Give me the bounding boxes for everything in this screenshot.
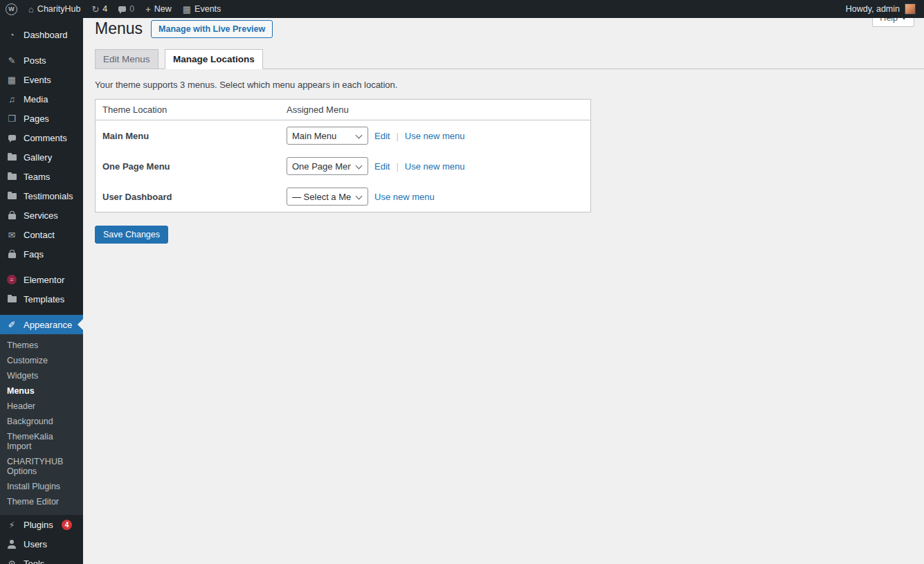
column-theme-location: Theme Location [102, 104, 287, 115]
submenu-item-theme-editor[interactable]: Theme Editor [0, 494, 83, 509]
sidebar-separator [0, 309, 83, 315]
wordpress-logo-icon[interactable]: W [6, 3, 17, 15]
pushpin-icon: ✎ [6, 55, 18, 66]
envelope-icon: ✉ [6, 229, 18, 240]
bag-icon [6, 248, 18, 260]
pages-icon: ❒ [6, 113, 18, 124]
sidebar-item-events[interactable]: ▦ Events [0, 70, 83, 89]
tab-bar: Edit Menus Manage Locations [95, 49, 924, 69]
link-separator: | [396, 131, 398, 141]
column-assigned-menu: Assigned Menu [287, 104, 583, 115]
location-label: User Dashboard [102, 192, 287, 202]
calendar-icon: ▦ [6, 74, 18, 85]
theme-support-description: Your theme supports 3 menus. Select whic… [95, 80, 910, 90]
folder-icon [6, 190, 18, 201]
sidebar-item-faqs[interactable]: Faqs [0, 244, 83, 264]
table-header: Theme Location Assigned Menu [96, 100, 590, 120]
sidebar-item-templates[interactable]: Templates [0, 289, 83, 309]
folder-icon [6, 171, 18, 182]
submenu-item-menus[interactable]: Menus [0, 383, 83, 399]
sidebar-item-contact[interactable]: ✉ Contact [0, 225, 83, 244]
adminbar-account[interactable]: Howdy, admin [846, 3, 916, 15]
sidebar-separator [0, 44, 83, 51]
assigned-menu-select-wrap: One Page Menu [287, 157, 368, 175]
bag-icon [6, 210, 18, 221]
link-separator: | [396, 161, 398, 172]
table-row: One Page Menu One Page Menu Edit | Use n… [96, 151, 590, 181]
submenu-item-install-plugins[interactable]: Install Plugins [0, 479, 83, 494]
user-icon [6, 538, 18, 549]
avatar [905, 3, 916, 15]
assigned-menu-select[interactable]: Main Menu [287, 127, 368, 145]
use-new-menu-link[interactable]: Use new menu [405, 161, 465, 172]
use-new-menu-link[interactable]: Use new menu [405, 131, 465, 141]
adminbar-site-name[interactable]: ⌂ CharityHub [28, 4, 80, 14]
plus-icon: + [145, 5, 151, 14]
sidebar-item-pages[interactable]: ❒ Pages [0, 109, 83, 128]
location-label: One Page Menu [102, 161, 287, 172]
comment-icon [6, 132, 18, 143]
sidebar-item-testimonials[interactable]: Testimonials [0, 186, 83, 206]
submenu-item-header[interactable]: Header [0, 399, 83, 414]
howdy-text: Howdy, admin [846, 4, 900, 14]
location-label: Main Menu [102, 131, 287, 141]
manage-live-preview-button[interactable]: Manage with Live Preview [151, 20, 273, 38]
admin-sidebar: ◔ Dashboard ✎ Posts ▦ Events ♫ Media ❒ P… [0, 18, 83, 564]
admin-bar: W ⌂ CharityHub ↻ 4 0 + New ▦ Events Howd… [0, 0, 924, 18]
tab-manage-locations[interactable]: Manage Locations [165, 49, 263, 69]
sidebar-item-tools[interactable]: ⚙ Tools [0, 554, 83, 564]
sidebar-item-posts[interactable]: ✎ Posts [0, 51, 83, 70]
sidebar-item-elementor[interactable]: ≡ Elementor [0, 270, 83, 289]
adminbar-updates[interactable]: ↻ 4 [91, 4, 107, 14]
sidebar-item-dashboard[interactable]: ◔ Dashboard [0, 25, 83, 44]
assigned-menu-select-wrap: Main Menu [287, 127, 368, 145]
plugins-update-badge: 4 [62, 520, 73, 530]
menu-locations-table: Theme Location Assigned Menu Main Menu M… [95, 99, 591, 212]
adminbar-new[interactable]: + New [145, 4, 172, 14]
comment-bubble-icon [118, 6, 126, 12]
appearance-submenu: Themes Customize Widgets Menus Header Ba… [0, 334, 83, 515]
sidebar-separator [0, 264, 83, 270]
plug-icon: ⚡ [6, 519, 18, 530]
main-content: Help ▼ Menus Manage with Live Preview Ed… [83, 0, 924, 244]
submenu-item-customize[interactable]: Customize [0, 353, 83, 368]
sidebar-item-plugins[interactable]: ⚡ Plugins 4 [0, 515, 83, 534]
assigned-menu-select[interactable]: — Select a Menu — [287, 188, 368, 206]
sidebar-item-media[interactable]: ♫ Media [0, 89, 83, 109]
tab-edit-menus[interactable]: Edit Menus [95, 49, 158, 69]
adminbar-comments[interactable]: 0 [118, 4, 134, 14]
submenu-item-themes[interactable]: Themes [0, 338, 83, 353]
edit-menu-link[interactable]: Edit [374, 131, 390, 141]
table-row: User Dashboard — Select a Menu — Use new… [96, 181, 590, 212]
adminbar-events[interactable]: ▦ Events [183, 4, 221, 14]
sidebar-item-comments[interactable]: Comments [0, 128, 83, 147]
submenu-item-widgets[interactable]: Widgets [0, 368, 83, 383]
wrench-icon: ⚙ [6, 558, 18, 564]
submenu-item-themekalia-import[interactable]: ThemeKalia Import [0, 429, 83, 454]
edit-menu-link[interactable]: Edit [374, 161, 390, 172]
media-icon: ♫ [6, 93, 18, 104]
sidebar-item-appearance[interactable]: ✐ Appearance [0, 315, 83, 334]
sidebar-item-services[interactable]: Services [0, 206, 83, 225]
updates-icon: ↻ [91, 5, 99, 14]
use-new-menu-link[interactable]: Use new menu [374, 192, 435, 202]
page-title: Menus [95, 19, 143, 38]
folder-open-icon [6, 293, 18, 304]
submenu-item-charityhub-options[interactable]: CHARITYHUB Options [0, 454, 83, 479]
gauge-icon: ◔ [6, 29, 18, 40]
sidebar-item-gallery[interactable]: Gallery [0, 147, 83, 167]
save-changes-button[interactable]: Save Changes [95, 226, 168, 244]
submenu-item-background[interactable]: Background [0, 414, 83, 429]
assigned-menu-select[interactable]: One Page Menu [287, 157, 368, 175]
calendar-icon: ▦ [183, 5, 191, 14]
sidebar-item-teams[interactable]: Teams [0, 167, 83, 186]
home-icon: ⌂ [28, 5, 34, 14]
assigned-menu-select-wrap: — Select a Menu — [287, 188, 368, 206]
brush-icon: ✐ [6, 319, 18, 330]
sidebar-item-users[interactable]: Users [0, 534, 83, 554]
table-row: Main Menu Main Menu Edit | Use new menu [96, 120, 590, 151]
folder-icon [6, 152, 18, 163]
elementor-icon: ≡ [6, 274, 18, 285]
